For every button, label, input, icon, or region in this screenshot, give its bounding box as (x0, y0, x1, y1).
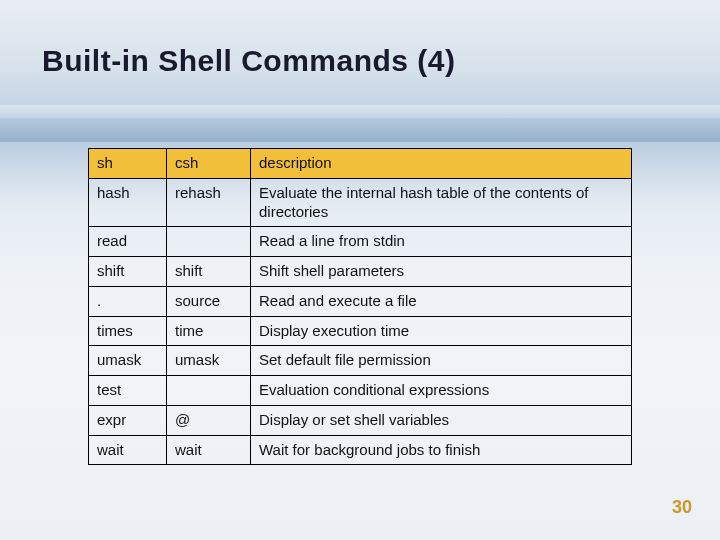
cell-csh: wait (167, 435, 251, 465)
cell-sh: hash (89, 178, 167, 227)
cell-desc: Read and execute a file (251, 286, 632, 316)
cell-csh: @ (167, 405, 251, 435)
cell-csh: source (167, 286, 251, 316)
cell-csh: shift (167, 257, 251, 287)
cell-sh: test (89, 376, 167, 406)
cell-sh: wait (89, 435, 167, 465)
table-row: expr @ Display or set shell variables (89, 405, 632, 435)
cell-desc: Evaluate the internal hash table of the … (251, 178, 632, 227)
table-header-row: sh csh description (89, 149, 632, 179)
cell-sh: shift (89, 257, 167, 287)
commands-table-wrap: sh csh description hash rehash Evaluate … (88, 148, 632, 465)
commands-table: sh csh description hash rehash Evaluate … (88, 148, 632, 465)
col-header-description: description (251, 149, 632, 179)
cell-csh: rehash (167, 178, 251, 227)
cell-desc: Read a line from stdin (251, 227, 632, 257)
table-row: hash rehash Evaluate the internal hash t… (89, 178, 632, 227)
cell-sh: times (89, 316, 167, 346)
table-row: wait wait Wait for background jobs to fi… (89, 435, 632, 465)
cell-desc: Display execution time (251, 316, 632, 346)
col-header-csh: csh (167, 149, 251, 179)
table-row: . source Read and execute a file (89, 286, 632, 316)
accent-light-stripe (0, 105, 720, 119)
cell-sh: read (89, 227, 167, 257)
cell-desc: Display or set shell variables (251, 405, 632, 435)
page-number: 30 (672, 497, 692, 518)
table-row: umask umask Set default file permission (89, 346, 632, 376)
cell-sh: expr (89, 405, 167, 435)
cell-desc: Shift shell parameters (251, 257, 632, 287)
cell-sh: . (89, 286, 167, 316)
cell-desc: Wait for background jobs to finish (251, 435, 632, 465)
table-row: times time Display execution time (89, 316, 632, 346)
cell-csh: time (167, 316, 251, 346)
cell-csh: umask (167, 346, 251, 376)
accent-stripe (0, 118, 720, 142)
col-header-sh: sh (89, 149, 167, 179)
cell-csh (167, 227, 251, 257)
table-row: test Evaluation conditional expressions (89, 376, 632, 406)
table-row: read Read a line from stdin (89, 227, 632, 257)
page-title: Built-in Shell Commands (4) (42, 44, 456, 78)
cell-sh: umask (89, 346, 167, 376)
cell-desc: Set default file permission (251, 346, 632, 376)
table-row: shift shift Shift shell parameters (89, 257, 632, 287)
cell-desc: Evaluation conditional expressions (251, 376, 632, 406)
cell-csh (167, 376, 251, 406)
